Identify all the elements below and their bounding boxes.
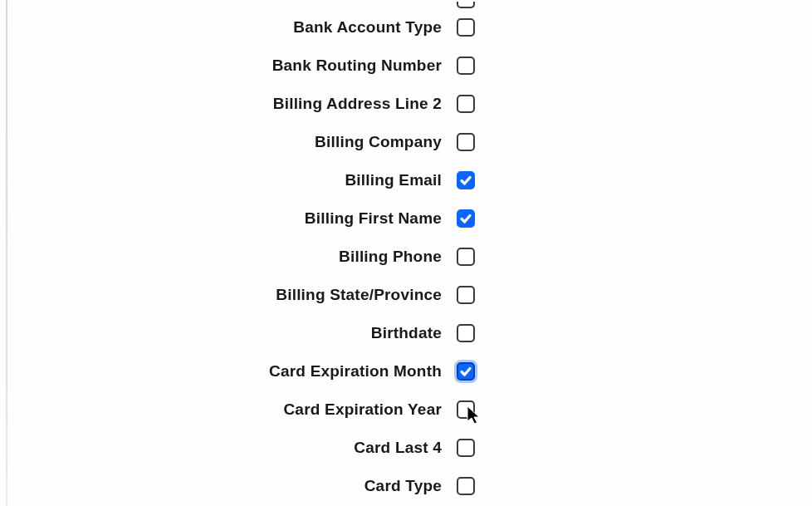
row-card-expiration-month: Card Expiration Month (0, 352, 812, 391)
row-card-expiration-year: Card Expiration Year (0, 391, 812, 429)
checkbox-birthdate[interactable] (457, 324, 475, 342)
label-billing-address-line-2: Billing Address Line 2 (0, 95, 442, 113)
row-birthdate: Birthdate (0, 314, 812, 352)
checkbox-billing-first-name[interactable] (457, 209, 475, 228)
row-card-type: Card Type (0, 467, 812, 505)
checkbox-billing-phone[interactable] (457, 248, 475, 266)
checkbox-card-last-4[interactable] (457, 439, 475, 457)
checkbox-bank-account-type[interactable] (457, 18, 475, 37)
row-billing-first-name: Billing First Name (0, 199, 812, 238)
checkbox-billing-address-line-2[interactable] (457, 95, 475, 113)
label-billing-company: Billing Company (0, 133, 442, 151)
partial-row-top (0, 0, 812, 8)
label-bank-account-type: Bank Account Type (0, 18, 442, 37)
label-card-last-4: Card Last 4 (0, 439, 442, 457)
checkbox-billing-state-province[interactable] (457, 286, 475, 304)
checkbox-card-type[interactable] (457, 477, 475, 495)
checkbox-card-expiration-year[interactable] (457, 400, 475, 419)
checkbox-card-expiration-month[interactable] (457, 362, 475, 381)
label-card-expiration-year: Card Expiration Year (0, 400, 442, 419)
panel-left-border (6, 0, 7, 506)
label-billing-first-name: Billing First Name (0, 209, 442, 228)
row-billing-address-line-2: Billing Address Line 2 (0, 85, 812, 123)
label-billing-email: Billing Email (0, 171, 442, 189)
label-bank-routing-number: Bank Routing Number (0, 56, 442, 75)
label-card-type: Card Type (0, 477, 442, 495)
row-billing-email: Billing Email (0, 161, 812, 199)
checkbox-billing-email[interactable] (457, 171, 475, 189)
field-selection-form: Bank Account Type Bank Routing Number Bi… (0, 0, 812, 505)
checkbox-bank-routing-number[interactable] (457, 56, 475, 75)
row-billing-phone: Billing Phone (0, 238, 812, 276)
label-birthdate: Birthdate (0, 324, 442, 342)
row-card-last-4: Card Last 4 (0, 429, 812, 467)
row-bank-routing-number: Bank Routing Number (0, 47, 812, 85)
row-bank-account-type: Bank Account Type (0, 8, 812, 47)
row-billing-state-province: Billing State/Province (0, 276, 812, 314)
checkbox-billing-company[interactable] (457, 133, 475, 151)
label-card-expiration-month: Card Expiration Month (0, 362, 442, 381)
label-billing-state-province: Billing State/Province (0, 286, 442, 304)
label-billing-phone: Billing Phone (0, 248, 442, 266)
row-billing-company: Billing Company (0, 123, 812, 161)
checkbox-partial-top[interactable] (457, 2, 475, 8)
